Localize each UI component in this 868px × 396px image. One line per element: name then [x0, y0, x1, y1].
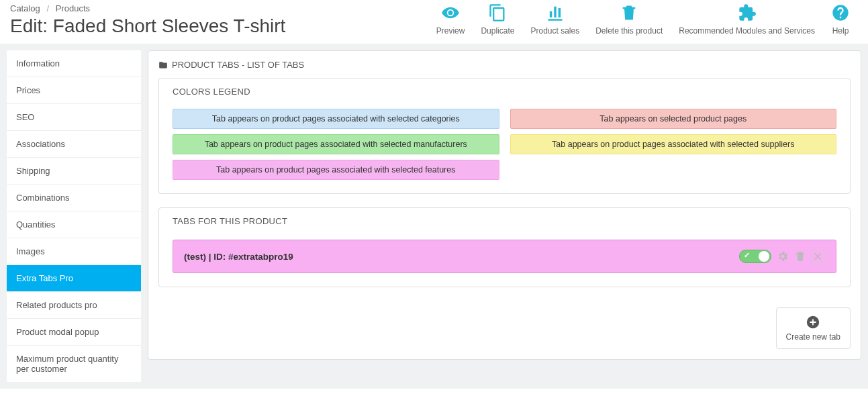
legend-suppliers: Tab appears on product pages associated … [510, 134, 837, 154]
close-icon[interactable] [812, 250, 825, 263]
sidebar-item-images[interactable]: Images [7, 238, 141, 265]
preview-button[interactable]: Preview [428, 3, 473, 36]
page-title: Edit: Faded Short Sleeves T-shirt [10, 15, 285, 37]
help-label: Help [832, 26, 849, 36]
tab-row-label: (test) | ID: #extratabpro19 [184, 252, 293, 262]
tabs-for-product-heading: TABS FOR THIS PRODUCT [173, 216, 836, 233]
breadcrumb: Catalog / Products [10, 3, 285, 13]
modules-button[interactable]: Recommended Modules and Services [671, 3, 823, 36]
sidebar-item-related-products[interactable]: Related products pro [7, 292, 141, 319]
delete-product-label: Delete this product [595, 26, 663, 36]
sidebar-item-shipping[interactable]: Shipping [7, 158, 141, 185]
tab-row-actions [739, 250, 825, 263]
sidebar-item-information[interactable]: Information [7, 50, 141, 77]
plus-circle-icon [806, 315, 820, 330]
duplicate-button[interactable]: Duplicate [473, 3, 522, 36]
help-icon [831, 3, 850, 22]
folder-icon [158, 60, 168, 70]
help-button[interactable]: Help [823, 3, 858, 36]
trash-icon [620, 3, 638, 22]
sidebar-item-seo[interactable]: SEO [7, 104, 141, 131]
bar-chart-icon [546, 3, 565, 22]
sidebar-item-prices[interactable]: Prices [7, 77, 141, 104]
product-sales-label: Product sales [530, 26, 579, 36]
gear-icon[interactable] [777, 250, 789, 262]
duplicate-label: Duplicate [481, 26, 514, 36]
tab-row[interactable]: (test) | ID: #extratabpro19 [173, 240, 836, 273]
legend-product-pages: Tab appears on selected product pages [510, 109, 837, 129]
tab-enabled-toggle[interactable] [739, 250, 771, 263]
sidebar-item-max-quantity[interactable]: Maximum product quantity per customer [7, 346, 141, 382]
panel-title-text: PRODUCT TABS - LIST OF TABS [172, 60, 304, 70]
breadcrumb-products[interactable]: Products [56, 3, 90, 13]
eye-icon [441, 3, 460, 22]
product-sales-button[interactable]: Product sales [522, 3, 587, 36]
sidebar: Information Prices SEO Associations Ship… [7, 50, 141, 382]
tabs-for-product-panel: TABS FOR THIS PRODUCT (test) | ID: #extr… [158, 207, 851, 287]
sidebar-item-extra-tabs-pro[interactable]: Extra Tabs Pro [7, 265, 141, 292]
main-panel: PRODUCT TABS - LIST OF TABS COLORS LEGEN… [148, 50, 861, 360]
create-new-tab-button[interactable]: Create new tab [776, 307, 851, 349]
colors-legend-panel: COLORS LEGEND Tab appears on product pag… [158, 78, 851, 194]
puzzle-icon [738, 3, 757, 22]
modules-label: Recommended Modules and Services [679, 26, 815, 36]
toolbar: Preview Duplicate Product sales Delete t… [428, 3, 858, 36]
legend-manufacturers: Tab appears on product pages associated … [173, 134, 499, 154]
delete-product-button[interactable]: Delete this product [587, 3, 671, 36]
sidebar-item-associations[interactable]: Associations [7, 131, 141, 158]
create-new-tab-label: Create new tab [786, 332, 840, 342]
sidebar-item-combinations[interactable]: Combinations [7, 185, 141, 211]
breadcrumb-catalog[interactable]: Catalog [10, 3, 40, 13]
colors-legend-heading: COLORS LEGEND [173, 87, 836, 103]
breadcrumb-separator: / [46, 3, 49, 13]
panel-title: PRODUCT TABS - LIST OF TABS [158, 56, 851, 78]
preview-label: Preview [436, 26, 465, 36]
duplicate-icon [488, 3, 507, 22]
sidebar-item-quantities[interactable]: Quantities [7, 211, 141, 238]
trash-icon[interactable] [794, 250, 806, 262]
sidebar-item-modal-popup[interactable]: Product modal popup [7, 319, 141, 346]
legend-features: Tab appears on product pages associated … [173, 160, 499, 180]
legend-categories: Tab appears on product pages associated … [173, 109, 499, 129]
